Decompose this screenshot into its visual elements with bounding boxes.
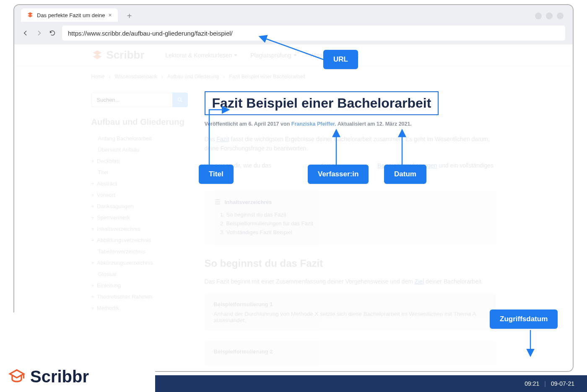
- url-text: https://www.scribbr.de/aufbau-und-gliede…: [68, 30, 233, 37]
- sidebar-item[interactable]: Danksagungen: [91, 201, 188, 212]
- sidebar-title: Aufbau und Gliederung: [91, 117, 188, 127]
- browser-tab[interactable]: Das perfekte Fazit um deine ×: [21, 8, 118, 22]
- search: [91, 93, 188, 107]
- breadcrumb: Home› Wissensdatenbank› Aufbau und Glied…: [91, 66, 496, 82]
- sidebar-item[interactable]: Sperrvermerk: [91, 212, 188, 223]
- sidebar-item[interactable]: Abbildungsverzeichnis: [91, 235, 188, 246]
- site-header: Scribbr Lektorat & Korrekturlesen Plagia…: [14, 44, 573, 66]
- sidebar-item[interactable]: Inhaltsverzeichnis: [91, 223, 188, 235]
- status-date: 09-07-21: [551, 380, 574, 387]
- article-meta: Veröffentlicht am 6. April 2017 von Fran…: [205, 121, 496, 127]
- list-icon: [215, 199, 221, 204]
- section-heading: So beginnst du das Fazit: [205, 258, 496, 269]
- example-text: Anhand der Durchführung von Methode X se…: [214, 311, 487, 323]
- breadcrumb-item[interactable]: Wissensdatenbank: [115, 74, 157, 80]
- sidebar-item[interactable]: Abstract: [91, 178, 188, 189]
- search-input[interactable]: [91, 93, 172, 107]
- paragraph: Das Fazit fasst die wichtigsten Ergebnis…: [205, 134, 496, 153]
- sidebar-item[interactable]: Glossar: [91, 268, 188, 280]
- sidebar-item[interactable]: Einleitung: [91, 280, 188, 291]
- callout-access-date: Zugriffsdatum: [490, 309, 558, 329]
- tab-bar: Das perfekte Fazit um deine × +: [14, 5, 573, 22]
- window-dot[interactable]: [557, 13, 564, 19]
- toc-item[interactable]: So beginnst du das Fazit: [226, 210, 486, 219]
- footer-logo-text: Scribbr: [30, 367, 89, 386]
- example-title: Beispielformulierung 2: [214, 348, 487, 355]
- search-icon: [177, 97, 183, 103]
- sidebar-item[interactable]: Vorwort: [91, 189, 188, 201]
- sidebar-item[interactable]: Titel: [91, 167, 188, 178]
- close-tab-icon[interactable]: ×: [109, 12, 112, 18]
- sidebar-item[interactable]: Abkürzungsverzeichnis: [91, 257, 188, 268]
- sidebar-item[interactable]: Anfang Bachelorarbeit: [91, 133, 188, 144]
- sidebar-item[interactable]: Tabellenverzeichnis: [91, 246, 188, 257]
- footer-logo: Scribbr: [8, 367, 89, 386]
- sidebar-item[interactable]: Übersicht Aufbau: [91, 144, 188, 155]
- window-controls[interactable]: [535, 13, 564, 19]
- footer: 09:21 | 09-07-21 Scribbr: [0, 367, 587, 392]
- example-box: Beispielformulierung 1 Anhand der Durchf…: [205, 294, 496, 331]
- article: Fazit Beispiel einer Bachelorarbeit Verö…: [205, 82, 496, 366]
- table-of-contents: Inhaltsverzeichnis So beginnst du das Fa…: [205, 191, 496, 245]
- breadcrumb-item[interactable]: Home: [91, 74, 105, 80]
- back-button[interactable]: [22, 29, 29, 37]
- menu-item[interactable]: Plagiatsprüfung: [250, 52, 297, 59]
- toc-item[interactable]: Beispielformulierungen für das Fazit: [226, 219, 486, 228]
- breadcrumb-item[interactable]: Aufbau und Gliederung: [167, 74, 219, 80]
- window-dot[interactable]: [535, 13, 542, 19]
- sidebar-item[interactable]: Theoretischer Rahmen: [91, 291, 188, 302]
- site-logo[interactable]: Scribbr: [91, 49, 145, 62]
- callout-author: Verfasser:in: [308, 165, 369, 184]
- status-time: 09:21: [525, 380, 539, 387]
- toc-title: Inhaltsverzeichnis: [215, 199, 486, 205]
- tab-title: Das perfekte Fazit um deine: [37, 12, 105, 18]
- article-title: Fazit Beispiel einer Bachelorarbeit: [205, 91, 439, 115]
- logo-icon: [91, 49, 103, 61]
- svg-point-0: [178, 98, 181, 101]
- new-tab-button[interactable]: +: [124, 10, 135, 22]
- toc-item[interactable]: Vollständiges Fazit Beispiel: [226, 228, 486, 237]
- url-bar[interactable]: https://www.scribbr.de/aufbau-und-gliede…: [62, 26, 565, 41]
- callout-title: Titel: [199, 165, 234, 184]
- toolbar: https://www.scribbr.de/aufbau-und-gliede…: [14, 22, 573, 44]
- callout-url: URL: [323, 50, 358, 69]
- forward-button[interactable]: [35, 29, 43, 37]
- sidebar-item[interactable]: Deckblatt: [91, 155, 188, 167]
- paragraph: Das Fazit beginnt mit einer Zusammenfass…: [205, 277, 496, 286]
- sidebar-list: Anfang Bachelorarbeit Übersicht Aufbau D…: [91, 133, 188, 325]
- reload-button[interactable]: [49, 29, 56, 37]
- logo-text: Scribbr: [106, 49, 145, 62]
- window-dot[interactable]: [546, 13, 553, 19]
- sidebar-item[interactable]: Methodik: [91, 302, 188, 314]
- search-button[interactable]: [172, 93, 188, 107]
- chevron-down-icon: [234, 53, 238, 57]
- breadcrumb-item: Fazit Beispiel einer Bachelorarbeit: [229, 74, 305, 80]
- browser-chrome: Das perfekte Fazit um deine × + https://…: [14, 5, 573, 44]
- example-box: Beispielformulierung 2: [205, 341, 496, 366]
- favicon-icon: [27, 12, 34, 18]
- callout-date: Datum: [384, 165, 426, 184]
- example-title: Beispielformulierung 1: [214, 301, 487, 307]
- status-bar: 09:21 | 09-07-21: [130, 375, 587, 392]
- menu-item[interactable]: Lektorat & Korrekturlesen: [166, 52, 238, 59]
- author-link[interactable]: Franziska Pfeiffer.: [291, 121, 336, 127]
- logo-icon: [8, 368, 26, 386]
- chevron-down-icon: [293, 53, 297, 57]
